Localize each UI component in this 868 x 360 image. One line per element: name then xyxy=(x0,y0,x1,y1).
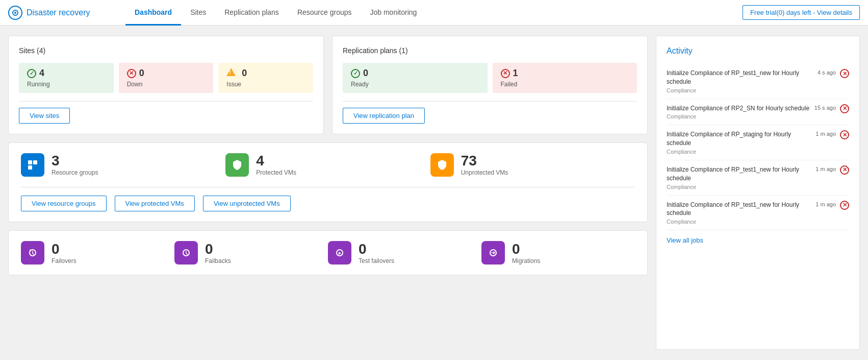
main-content: Sites (4) ✓ 4 Running ✕ 0 xyxy=(0,26,868,360)
migrations-count: 0 xyxy=(512,241,540,257)
metric-failbacks: 0 Failbacks xyxy=(174,241,328,265)
sites-running-box: ✓ 4 Running xyxy=(19,63,114,93)
replication-ready-count: 0 xyxy=(363,68,368,79)
error-status-icon: ✕ xyxy=(840,69,849,78)
protected-vms-label: Protected VMs xyxy=(256,169,296,176)
test-failovers-icon xyxy=(328,241,351,265)
trial-button[interactable]: Free trial(0) days left - View details xyxy=(743,5,860,20)
activity-time: 4 s ago xyxy=(818,69,836,76)
error-status-icon: ✕ xyxy=(840,165,849,175)
resource-groups-label: Resource groups xyxy=(52,169,98,176)
summary-card: 3 Resource groups 4 Protected VMs ! xyxy=(8,142,648,222)
app-title: Disaster recovery xyxy=(27,8,90,17)
replication-divider xyxy=(343,101,637,102)
replication-ready-box: ✓ 0 Ready xyxy=(343,63,488,93)
test-failovers-label: Test failovers xyxy=(359,257,394,265)
protected-vms-count: 4 xyxy=(256,154,296,168)
sites-card-title: Sites (4) xyxy=(19,46,313,55)
activity-main-text: Initialize Compliance of RP_staging for … xyxy=(667,130,811,148)
resource-groups-count: 3 xyxy=(52,154,98,168)
sites-down-label: Down xyxy=(127,81,206,88)
activity-time: 1 m ago xyxy=(815,131,836,137)
view-sites-button[interactable]: View sites xyxy=(19,108,70,124)
activity-text: Initialize Compliance of RP_test1_new fo… xyxy=(667,165,811,190)
sites-divider xyxy=(19,101,313,102)
activity-main-text: Initialize Compliance of RP_test1_new fo… xyxy=(667,201,811,218)
activity-text: Initialize Compliance of RP_test1_new fo… xyxy=(667,69,813,93)
summary-buttons: View resource groups View protected VMs … xyxy=(21,196,635,211)
migrations-icon xyxy=(481,241,505,265)
tab-resource-groups[interactable]: Resource groups xyxy=(288,1,361,26)
protected-vms-icon xyxy=(225,153,249,177)
unprotected-vms-count: 73 xyxy=(461,154,508,168)
failbacks-icon xyxy=(174,241,198,265)
top-nav: Disaster recovery Dashboard Sites Replic… xyxy=(0,0,868,26)
sites-down-box: ✕ 0 Down xyxy=(119,63,214,93)
unprotected-vms-label: Unprotected VMs xyxy=(461,169,508,176)
metrics-card: 0 Failovers 0 Failbacks xyxy=(8,230,648,275)
summary-protected-vms: 4 Protected VMs xyxy=(225,153,430,177)
sites-issue-box: 0 Issue xyxy=(218,63,313,93)
replication-card: Replication plans (1) ✓ 0 Ready ✕ 1 xyxy=(332,36,648,134)
activity-text: Initialize Compliance of RP_test1_new fo… xyxy=(667,201,811,225)
activity-main-text: Initialize Compliance of RP_test1_new fo… xyxy=(667,69,813,86)
svg-point-1 xyxy=(14,12,16,14)
activity-text: Initialize Compliance of RP_staging for … xyxy=(667,130,811,155)
view-unprotected-vms-button[interactable]: View unprotected VMs xyxy=(203,196,291,211)
replication-failed-label: Failed xyxy=(501,81,629,88)
check-icon-2: ✓ xyxy=(351,69,360,78)
failbacks-count: 0 xyxy=(205,241,231,257)
replication-failed-box: ✕ 1 Failed xyxy=(493,63,637,93)
failbacks-label: Failbacks xyxy=(205,257,231,265)
activity-item: Initialize Compliance of RP_test1_new fo… xyxy=(667,160,849,196)
migrations-label: Migrations xyxy=(512,257,540,265)
activity-time: 15 s ago xyxy=(814,105,836,111)
svg-rect-2 xyxy=(28,160,32,164)
metrics-items: 0 Failovers 0 Failbacks xyxy=(21,241,635,265)
summary-unprotected-vms: ! 73 Unprotected VMs xyxy=(430,153,635,177)
replication-stat-boxes: ✓ 0 Ready ✕ 1 Failed xyxy=(343,63,637,93)
activity-text: Initialize Compliance of RP2_SN for Hour… xyxy=(667,104,810,120)
svg-rect-4 xyxy=(28,165,32,170)
sites-card: Sites (4) ✓ 4 Running ✕ 0 xyxy=(8,36,324,134)
activity-main-text: Initialize Compliance of RP_test1_new fo… xyxy=(667,165,811,183)
activity-sub-text: Compliance xyxy=(667,113,810,119)
activity-sub-text: Compliance xyxy=(667,149,811,155)
view-protected-vms-button[interactable]: View protected VMs xyxy=(115,196,195,211)
activity-main-text: Initialize Compliance of RP2_SN for Hour… xyxy=(667,104,810,113)
view-all-jobs-link[interactable]: View all jobs xyxy=(667,236,849,244)
tab-job-monitoring[interactable]: Job monitoring xyxy=(361,1,426,26)
metric-test-failovers: 0 Test failovers xyxy=(328,241,481,265)
activity-sub-text: Compliance xyxy=(667,87,813,93)
sites-issue-count: 0 xyxy=(242,68,247,79)
sites-stat-boxes: ✓ 4 Running ✕ 0 Down xyxy=(19,63,313,93)
summary-resource-groups: 3 Resource groups xyxy=(21,153,225,177)
failovers-count: 0 xyxy=(52,241,76,257)
sites-issue-label: Issue xyxy=(226,81,305,88)
unprotected-vms-icon: ! xyxy=(430,153,454,177)
activity-time: 1 m ago xyxy=(815,201,836,207)
sites-down-count: 0 xyxy=(139,68,144,79)
metric-failovers: 0 Failovers xyxy=(21,241,174,265)
summary-items: 3 Resource groups 4 Protected VMs ! xyxy=(21,153,635,177)
activity-item: Initialize Compliance of RP_test1_new fo… xyxy=(667,196,849,231)
check-icon: ✓ xyxy=(27,69,36,78)
metric-migrations: 0 Migrations xyxy=(481,241,635,265)
resource-groups-icon xyxy=(21,153,44,177)
view-resource-groups-button[interactable]: View resource groups xyxy=(21,196,107,211)
failovers-icon xyxy=(21,241,44,265)
replication-failed-count: 1 xyxy=(513,68,518,79)
activity-item: Initialize Compliance of RP_test1_new fo… xyxy=(667,64,849,99)
activity-list: Initialize Compliance of RP_test1_new fo… xyxy=(667,64,849,230)
sites-running-label: Running xyxy=(27,81,106,88)
summary-divider xyxy=(21,187,635,187)
svg-rect-3 xyxy=(33,160,37,164)
view-replication-plan-button[interactable]: View replication plan xyxy=(343,108,425,124)
tab-dashboard[interactable]: Dashboard xyxy=(125,1,181,26)
nav-tabs: Dashboard Sites Replication plans Resour… xyxy=(125,0,426,25)
top-cards-row: Sites (4) ✓ 4 Running ✕ 0 xyxy=(8,36,648,134)
error-status-icon: ✕ xyxy=(840,130,849,139)
tab-replication-plans[interactable]: Replication plans xyxy=(215,1,288,26)
left-column: Sites (4) ✓ 4 Running ✕ 0 xyxy=(8,36,648,350)
tab-sites[interactable]: Sites xyxy=(181,1,215,26)
